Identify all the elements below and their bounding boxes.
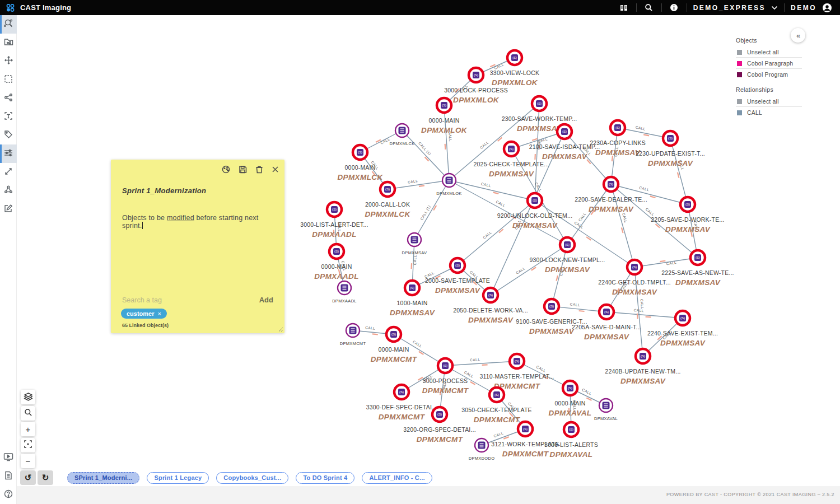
node-name-label: 3050-CHECK-TEMPLATE bbox=[461, 407, 532, 413]
zoom-out-button[interactable]: − bbox=[21, 454, 35, 468]
graph-node-cobol-program[interactable]: DPMXMSAV bbox=[402, 233, 427, 255]
resize-handle[interactable] bbox=[278, 326, 283, 332]
sidebar-tool-tag[interactable] bbox=[0, 126, 17, 144]
zoom-in-button[interactable]: + bbox=[21, 422, 35, 436]
graph-node-cobol-paragraph[interactable]: {S}2225-SAVE-AS-NEW-TE...DPMXMSAV bbox=[661, 250, 734, 287]
sticky-note[interactable]: Sprint 1_Modernization Objects to be mod… bbox=[111, 160, 284, 333]
note-title[interactable]: Sprint 1_Modernization bbox=[122, 186, 206, 195]
tag-chip-customer[interactable]: customer × bbox=[121, 309, 167, 319]
edge-direction-tick bbox=[556, 276, 557, 281]
graph-node-cobol-paragraph[interactable]: {S}9300-LOCK-NEW-TEMPL...DPMXMSAV bbox=[530, 237, 605, 274]
sidebar-tool-help[interactable] bbox=[0, 486, 17, 504]
sidebar-tool-expand[interactable] bbox=[0, 163, 17, 181]
graph-node-cobol-program[interactable]: DPMXAADL bbox=[332, 281, 357, 304]
node-name-label: 3000-PROCESS bbox=[423, 377, 468, 384]
graph-node-cobol-paragraph[interactable]: {S}3110-MASTER-TEMPLAT...DPMXMCMT bbox=[480, 354, 554, 390]
graph-node-cobol-paragraph[interactable]: {S}1000-MAINDPMXMSAV bbox=[390, 281, 435, 317]
view-tag[interactable]: SPrint 1_Moderni... bbox=[67, 472, 139, 484]
node-name-label: 0000-MAIN bbox=[345, 164, 376, 171]
node-name-label: 2205A-SAVE-D-MAIN-T... bbox=[572, 324, 641, 330]
fit-view-button[interactable] bbox=[21, 438, 35, 452]
graph-node-cobol-paragraph[interactable]: {S}2230-UPDATE-EXIST-T...DPMXMSAV bbox=[636, 131, 705, 167]
user-menu[interactable]: DEMO bbox=[791, 3, 832, 13]
sidebar-tool-annotate[interactable] bbox=[0, 200, 17, 218]
graph-node-cobol-paragraph[interactable]: {S}2000-CALL-LOKDPMXMLCK bbox=[365, 182, 410, 218]
graph-node-cobol-paragraph[interactable]: {S}2240B-UPDATE-NEW-TM...DPMXMSAV bbox=[605, 349, 680, 385]
node-name-label: 3200-ORG-SPEC-DETAI... bbox=[403, 426, 476, 433]
sidebar-tool-investigate[interactable] bbox=[0, 15, 17, 34]
graph-node-cobol-paragraph[interactable]: {S}3121-WORK-TEMPLATEDPMXMCMT bbox=[491, 422, 559, 458]
legend-swatch bbox=[737, 61, 742, 66]
legend-item-cobol-program[interactable]: Cobol Program bbox=[736, 69, 802, 80]
paragraph-glyph: {S} bbox=[568, 386, 572, 390]
view-tag[interactable]: Copybooks_Cust... bbox=[216, 472, 288, 484]
sidebar-tool-filters[interactable] bbox=[0, 144, 17, 163]
paragraph-glyph: {S} bbox=[455, 264, 460, 267]
sidebar-tool-report[interactable] bbox=[0, 467, 17, 486]
graph-node-cobol-paragraph[interactable]: {S}2205-SAVE-D-WORK-TE...DPMXMSAV bbox=[651, 197, 724, 234]
edge-label: CALL bbox=[515, 266, 526, 275]
note-body[interactable]: Objects to be modified before starting n… bbox=[122, 214, 276, 230]
sidebar-tool-text-select[interactable] bbox=[0, 108, 17, 126]
legend-label: Cobol Paragraph bbox=[747, 60, 793, 67]
graph-node-cobol-program[interactable]: DPMXAVAL bbox=[594, 399, 618, 421]
graph-node-cobol-paragraph[interactable]: {S}9200-UNLOCK-OLD-TEM...DPMXMSAV bbox=[497, 193, 573, 230]
graph-node-cobol-paragraph[interactable]: {S}2240C-GET-OLD-TMPLT...DPMXMSAV bbox=[598, 260, 671, 296]
undo-button[interactable]: ↺ bbox=[20, 470, 36, 485]
graph-node-cobol-paragraph[interactable]: {S}2200-SAVE-DEALER-TE...DPMXMSAV bbox=[575, 177, 647, 213]
legend-item-unselect-all[interactable]: Unselect all bbox=[736, 46, 802, 58]
palette-icon[interactable] bbox=[222, 165, 230, 174]
paragraph-glyph: {S} bbox=[680, 316, 685, 320]
tenant-selector[interactable]: DEMO_EXPRESS bbox=[693, 4, 778, 12]
tag-search-input[interactable] bbox=[122, 296, 223, 304]
header-separator bbox=[636, 3, 637, 12]
node-program-label: DPMXAVAL bbox=[550, 450, 593, 459]
node-name-label: 3300-VIEW-LOCK bbox=[490, 69, 539, 76]
saved-views-bar: SPrint 1_Moderni...Sprint 1 LegacyCopybo… bbox=[67, 472, 432, 484]
sidebar-tool-saved-views[interactable] bbox=[0, 34, 17, 52]
legend-item-unselect-all[interactable]: Unselect all bbox=[736, 96, 802, 107]
trash-icon[interactable] bbox=[255, 165, 263, 174]
header-separator bbox=[687, 3, 687, 12]
docs-icon[interactable] bbox=[618, 2, 630, 14]
legend-label: Unselect all bbox=[747, 98, 779, 105]
graph-node-cobol-paragraph[interactable]: {S}0000-MAINDPMXAADL bbox=[314, 244, 359, 281]
graph-node-cobol-paragraph[interactable]: {S}3000-LIST-ALERT-DET...DPMXAADL bbox=[300, 202, 368, 239]
node-program-label: DPMXMCMT bbox=[502, 450, 549, 458]
sidebar-tool-hierarchy[interactable] bbox=[0, 181, 17, 200]
legend-item-call[interactable]: CALL bbox=[736, 107, 802, 118]
graph-node-cobol-program[interactable]: DPMXMCMT bbox=[340, 324, 366, 346]
legend-collapse-button[interactable]: « bbox=[791, 28, 805, 43]
tool-sidebar bbox=[0, 15, 17, 504]
legend-swatch bbox=[737, 72, 742, 77]
node-name-label: 0000-MAIN bbox=[429, 117, 460, 124]
search-icon[interactable] bbox=[643, 2, 655, 14]
legend-item-cobol-paragraph[interactable]: Cobol Paragraph bbox=[736, 58, 802, 69]
remove-tag-icon[interactable]: × bbox=[158, 310, 161, 317]
info-icon[interactable] bbox=[668, 2, 680, 14]
edge-label: CALL bbox=[470, 357, 480, 362]
graph-node-cobol-paragraph[interactable]: {S}3050-CHECK-TEMPLATEDPMXMCMT bbox=[461, 388, 532, 424]
node-name-label: 3000-LOCK-PROCESS bbox=[444, 87, 508, 94]
close-icon[interactable] bbox=[272, 166, 279, 173]
node-program-label: DPMXMSAV bbox=[542, 152, 587, 161]
zoom-search-button[interactable] bbox=[21, 406, 35, 421]
layers-button[interactable] bbox=[21, 390, 35, 404]
node-name-label: 0000-MAIN bbox=[379, 346, 409, 353]
node-program-label: DPMXMSAV bbox=[489, 170, 534, 178]
view-tag[interactable]: ALERT_INFO - C... bbox=[362, 472, 432, 484]
view-tag[interactable]: Sprint 1 Legacy bbox=[147, 472, 209, 484]
node-program-label: DPMXMLCK bbox=[337, 173, 383, 181]
sidebar-tool-marquee-select[interactable] bbox=[0, 71, 17, 89]
node-program-label: DPMXDODO bbox=[469, 456, 495, 461]
graph-edge: CALL bbox=[552, 245, 567, 306]
sidebar-tool-link-nodes[interactable] bbox=[0, 89, 17, 108]
sidebar-tool-tutorials[interactable] bbox=[0, 449, 17, 467]
edge-label: CALL bbox=[365, 325, 376, 330]
save-icon[interactable] bbox=[239, 165, 247, 174]
redo-button[interactable]: ↻ bbox=[38, 470, 53, 485]
node-program-label: DPMXMSAV bbox=[435, 286, 480, 295]
view-tag[interactable]: To DO Sprint 4 bbox=[296, 472, 354, 484]
add-tag-button[interactable]: Add bbox=[259, 296, 273, 304]
sidebar-tool-move[interactable] bbox=[0, 52, 17, 71]
